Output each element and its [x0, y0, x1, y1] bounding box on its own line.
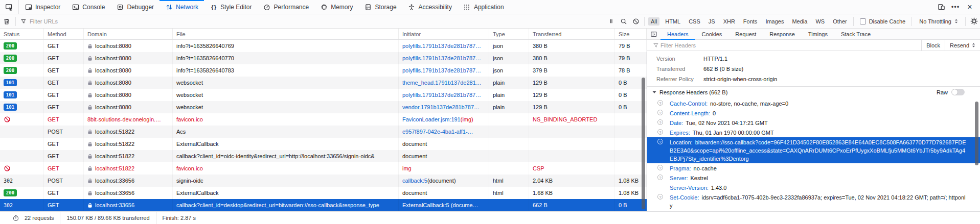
- details-tab-timings[interactable]: Timings: [802, 29, 834, 39]
- details-tab-cookies[interactable]: Cookies: [695, 29, 729, 39]
- help-icon[interactable]: ?: [657, 100, 663, 106]
- tab-inspector[interactable]: Inspector: [19, 0, 66, 14]
- initiator-link[interactable]: e957f897-042e-4ba1-aff1-…: [402, 129, 473, 135]
- response-header-row[interactable]: ? Cache-Controlno-store, no-cache, max-a…: [647, 98, 980, 108]
- filter-js[interactable]: JS: [706, 17, 718, 26]
- disable-cache-checkbox[interactable]: [860, 18, 866, 24]
- request-row[interactable]: GET 8bit-solutions-dev.onelogin.… favico…: [0, 113, 647, 126]
- initiator-link[interactable]: vendor.1791b137de281b787…: [402, 104, 480, 110]
- tab-performance[interactable]: Performance: [257, 0, 314, 14]
- request-row[interactable]: 101 GET localhost:8080 websocket vendor.…: [0, 101, 647, 113]
- response-header-row[interactable]: ? Server-Version1.43.0: [647, 183, 980, 192]
- pause-recording-icon[interactable]: [605, 16, 618, 27]
- filter-other[interactable]: Other: [830, 17, 850, 26]
- close-icon[interactable]: ×: [964, 1, 976, 13]
- filter-urls-input[interactable]: [30, 18, 111, 24]
- details-tab-stack-trace[interactable]: Stack Trace: [834, 29, 877, 39]
- response-header-row[interactable]: ? Pragmano-cache: [647, 163, 980, 173]
- initiator-link[interactable]: callback:5: [402, 178, 427, 184]
- column-header-size[interactable]: Size: [615, 29, 647, 39]
- initiator-link[interactable]: polyfills.1791b137de281b787…: [402, 43, 481, 49]
- search-icon[interactable]: [618, 16, 630, 27]
- filter-headers-input[interactable]: [660, 42, 783, 48]
- details-tab-request[interactable]: Request: [728, 29, 763, 39]
- request-row[interactable]: 302 GET localhost:33656 callback?client_…: [0, 199, 647, 211]
- help-icon[interactable]: ?: [657, 119, 663, 125]
- response-header-row[interactable]: ? DateTue, 02 Nov 2021 04:17:21 GMT: [647, 118, 980, 128]
- response-header-row[interactable]: ? ServerKestrel: [647, 173, 980, 183]
- filter-fonts[interactable]: Fonts: [741, 17, 760, 26]
- request-row[interactable]: 101 GET localhost:8080 websocket polyfil…: [0, 89, 647, 101]
- table-scrollbar-thumb[interactable]: [642, 78, 645, 209]
- request-row[interactable]: GET localhost:51822 callback?client_id=o…: [0, 150, 647, 162]
- column-header-status[interactable]: Status: [0, 29, 44, 39]
- filter-images[interactable]: Images: [763, 17, 786, 26]
- resend-button[interactable]: Resend: [945, 40, 980, 51]
- initiator-link[interactable]: polyfills.1791b137de281b787…: [402, 67, 481, 73]
- column-header-type[interactable]: Type: [489, 29, 529, 39]
- domain-cell: localhost:8080: [84, 64, 173, 77]
- request-row[interactable]: 200 GET localhost:8080 info?t=1635826640…: [0, 40, 647, 52]
- column-header-transferred[interactable]: Transferred: [529, 29, 615, 39]
- disable-cache-toggle[interactable]: Disable Cache: [856, 18, 910, 24]
- filter-media[interactable]: Media: [789, 17, 810, 26]
- request-blocking-icon[interactable]: [630, 16, 642, 27]
- column-header-domain[interactable]: Domain: [84, 29, 173, 39]
- gear-icon[interactable]: [968, 16, 980, 27]
- help-icon[interactable]: ?: [657, 139, 663, 144]
- response-header-row[interactable]: ? Locationbitwarden://sso-callback?code=…: [647, 137, 980, 163]
- tab-debugger[interactable]: Debugger: [110, 0, 159, 14]
- tab-storage[interactable]: Storage: [359, 0, 402, 14]
- performance-analysis-icon[interactable]: [11, 213, 20, 222]
- request-row[interactable]: 302 POST localhost:33656 signin-oidc cal…: [0, 175, 647, 187]
- details-tab-response[interactable]: Response: [763, 29, 802, 39]
- request-row[interactable]: 200 GET localhost:33656 ExternalCallback…: [0, 187, 647, 199]
- initiator-link[interactable]: polyfills.1791b137de281b787…: [402, 92, 481, 98]
- help-icon[interactable]: ?: [657, 175, 663, 180]
- column-header-method[interactable]: Method: [44, 29, 84, 39]
- help-icon[interactable]: ?: [657, 165, 663, 170]
- clear-requests-icon[interactable]: [0, 16, 13, 27]
- initiator-link[interactable]: FaviconLoader.jsm:191: [402, 116, 461, 122]
- response-header-row[interactable]: ? Set-Cookieidsrv=adf6cba1-7075-402b-9ec…: [647, 192, 980, 210]
- help-icon[interactable]: ?: [657, 110, 663, 115]
- tab-console[interactable]: Console: [66, 0, 110, 14]
- block-button[interactable]: Block: [921, 40, 945, 51]
- tab-application[interactable]: Application: [458, 0, 510, 14]
- initiator-link[interactable]: theme_head.1791b137de281…: [402, 80, 482, 86]
- response-header-row[interactable]: ? X-Rate-Limit-Limit1m: [647, 210, 980, 211]
- pick-element-icon[interactable]: [4, 2, 14, 12]
- request-row[interactable]: 101 GET localhost:8080 websocket theme_h…: [0, 77, 647, 89]
- details-tab-headers[interactable]: Headers: [660, 29, 695, 39]
- help-icon[interactable]: ?: [657, 129, 663, 135]
- filter-xhr[interactable]: XHR: [721, 17, 738, 26]
- filter-all[interactable]: All: [648, 17, 659, 26]
- raw-toggle[interactable]: [951, 89, 965, 95]
- tab-memory[interactable]: Memory: [314, 0, 358, 14]
- column-header-file[interactable]: File: [173, 29, 399, 39]
- menu-icon[interactable]: •••: [949, 1, 962, 13]
- domain-cell: 8bit-solutions-dev.onelogin.…: [84, 113, 173, 126]
- filter-html[interactable]: HTML: [663, 17, 683, 26]
- column-header-initiator[interactable]: Initiator: [399, 29, 489, 39]
- responsive-mode-icon[interactable]: [935, 1, 947, 13]
- response-header-row[interactable]: ? ExpiresThu, 01 Jan 1970 00:00:00 GMT: [647, 128, 980, 137]
- request-row[interactable]: 200 GET localhost:8080 info?t=1635826640…: [0, 52, 647, 64]
- panel-scrollbar-thumb[interactable]: [975, 102, 978, 165]
- filter-ws[interactable]: WS: [813, 17, 827, 26]
- request-row[interactable]: GET localhost:51822 favicon.ico img CSP: [0, 162, 647, 175]
- collapse-panel-icon[interactable]: [647, 29, 660, 39]
- throttling-select[interactable]: No Throttling: [914, 18, 963, 24]
- request-row[interactable]: 200 GET localhost:8080 info?t=1635826640…: [0, 64, 647, 77]
- request-row[interactable]: POST localhost:51822 Acs e957f897-042e-4…: [0, 126, 647, 138]
- tab-accessibility[interactable]: Accessibility: [402, 0, 458, 14]
- response-headers-section-header[interactable]: Response Headers (662 B) Raw: [647, 86, 980, 97]
- initiator-link[interactable]: polyfills.1791b137de281b787…: [402, 55, 481, 61]
- filter-css[interactable]: CSS: [686, 17, 703, 26]
- tab-styleeditor[interactable]: { } Style Editor: [204, 0, 257, 14]
- help-icon[interactable]: ?: [657, 194, 663, 200]
- tab-network[interactable]: Network: [159, 0, 204, 14]
- header-name: Date: [670, 120, 683, 126]
- response-header-row[interactable]: ? Content-Length0: [647, 108, 980, 118]
- request-row[interactable]: GET localhost:51822 ExternalCallback doc…: [0, 138, 647, 150]
